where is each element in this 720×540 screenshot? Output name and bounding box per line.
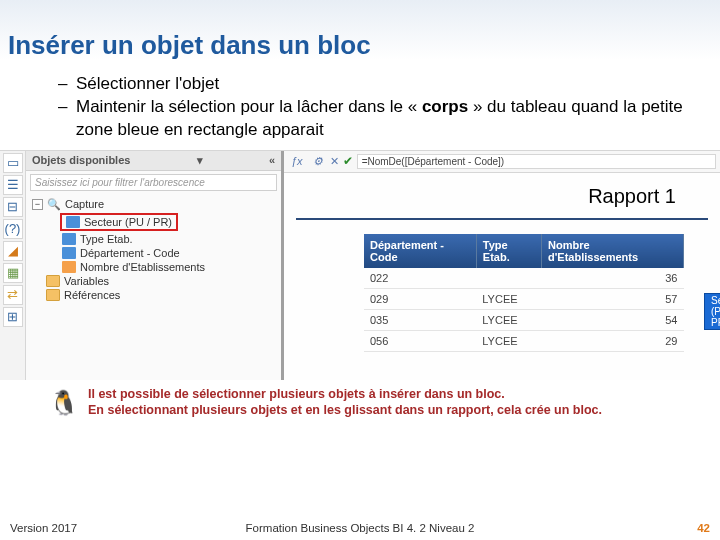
footer-version: Version 2017 xyxy=(10,522,77,534)
formula-bar: ƒx ⚙ ✕ ✔ =NomDe([Département - Code]) xyxy=(284,151,720,173)
penguin-icon: 🐧 xyxy=(48,386,80,420)
report-area: ƒx ⚙ ✕ ✔ =NomDe([Département - Code]) Ra… xyxy=(284,151,720,380)
report-canvas[interactable]: Rapport 1 Département - Code Type Etab. … xyxy=(284,173,720,380)
formula-input[interactable]: =NomDe([Département - Code]) xyxy=(357,154,716,169)
col-header[interactable]: Département - Code xyxy=(364,234,476,268)
tool-help-icon[interactable]: (?) xyxy=(3,219,23,239)
col-header[interactable]: Type Etab. xyxy=(476,234,541,268)
dimension-icon xyxy=(62,233,76,245)
tool-tree-icon[interactable]: ☰ xyxy=(3,175,23,195)
tool-layout-icon[interactable]: ⊞ xyxy=(3,307,23,327)
slide-footer: Version 2017 Formation Business Objects … xyxy=(0,522,720,534)
dimension-icon xyxy=(62,247,76,259)
table-row[interactable]: 056LYCEE29 xyxy=(364,330,684,351)
slide-title: Insérer un objet dans un bloc xyxy=(0,0,720,61)
validate-icon[interactable]: ✔ xyxy=(343,154,353,168)
tip-note: 🐧 Il est possible de sélectionner plusie… xyxy=(0,380,720,424)
drag-ghost: Secteur (PU / PR) xyxy=(704,293,720,330)
page-number: 42 xyxy=(697,522,710,534)
fx-icon[interactable]: ƒx xyxy=(288,155,306,167)
panel-header: Objets disponibles ▾ « xyxy=(26,151,281,171)
folder-icon xyxy=(46,275,60,287)
bullet-1: Sélectionner l'objet xyxy=(58,73,700,96)
filter-input[interactable]: Saisissez ici pour filtrer l'arborescenc… xyxy=(30,174,277,191)
tool-chart-icon[interactable]: ◢ xyxy=(3,241,23,261)
tree-variables[interactable]: Variables xyxy=(32,274,277,288)
tip-line: Il est possible de sélectionner plusieur… xyxy=(88,386,602,402)
col-header[interactable]: Nombre d'Etablissements xyxy=(542,234,684,268)
tree-references[interactable]: Références xyxy=(32,288,277,302)
report-table: Département - Code Type Etab. Nombre d'E… xyxy=(364,234,684,352)
tool-swap-icon[interactable]: ⇄ xyxy=(3,285,23,305)
tree-item-type[interactable]: Type Etab. xyxy=(32,232,277,246)
table-row[interactable]: 035LYCEE54 xyxy=(364,309,684,330)
table-row[interactable]: 02236 xyxy=(364,268,684,289)
table-row[interactable]: 029LYCEE57 xyxy=(364,288,684,309)
cancel-icon[interactable]: ✕ xyxy=(330,155,339,168)
tree-item-secteur[interactable]: Secteur (PU / PR) xyxy=(32,212,277,232)
objects-panel: Objets disponibles ▾ « Saisissez ici pou… xyxy=(26,151,284,380)
report-title: Rapport 1 xyxy=(296,181,708,220)
panel-title: Objets disponibles xyxy=(32,154,130,166)
collapse-toggle-icon[interactable]: − xyxy=(32,199,43,210)
bullet-list: Sélectionner l'objet Maintenir la sélect… xyxy=(0,61,720,148)
query-icon: 🔍 xyxy=(47,198,61,211)
tool-doc-icon[interactable]: ▭ xyxy=(3,153,23,173)
tree-item-nb[interactable]: Nombre d'Etablissements xyxy=(32,260,277,274)
tree-item-dept[interactable]: Département - Code xyxy=(32,246,277,260)
tip-line: En sélectionnant plusieurs objets et en … xyxy=(88,402,602,418)
footer-center: Formation Business Objects BI 4. 2 Nivea… xyxy=(246,522,475,534)
bullet-2: Maintenir la sélection pour la lâcher da… xyxy=(58,96,700,142)
collapse-icon[interactable]: « xyxy=(269,154,275,166)
vertical-toolbar: ▭ ☰ ⊟ (?) ◢ ▦ ⇄ ⊞ xyxy=(0,151,26,380)
object-tree: − 🔍 Capture Secteur (PU / PR) Type Etab.… xyxy=(26,194,281,380)
dimension-icon xyxy=(66,216,80,228)
fx-wizard-icon[interactable]: ⚙ xyxy=(310,155,326,168)
dropdown-icon[interactable]: ▾ xyxy=(197,154,203,167)
tool-table-icon[interactable]: ▦ xyxy=(3,263,23,283)
measure-icon xyxy=(62,261,76,273)
folder-icon xyxy=(46,289,60,301)
app-screenshot: ▭ ☰ ⊟ (?) ◢ ▦ ⇄ ⊞ Objets disponibles ▾ «… xyxy=(0,150,720,380)
tree-root[interactable]: − 🔍 Capture xyxy=(32,197,277,212)
tool-nav-icon[interactable]: ⊟ xyxy=(3,197,23,217)
